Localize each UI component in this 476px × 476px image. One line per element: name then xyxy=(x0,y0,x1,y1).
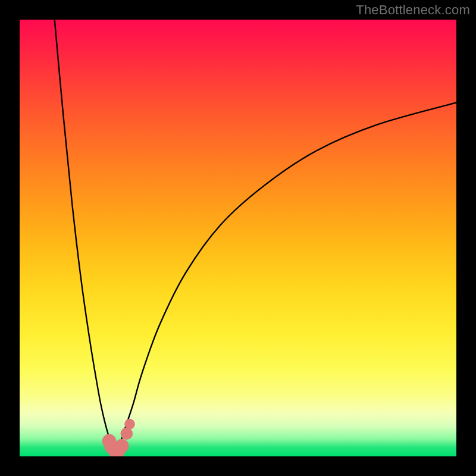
trough-marker xyxy=(124,419,135,430)
chart-plot-area xyxy=(20,20,456,456)
watermark-text: TheBottleneck.com xyxy=(356,2,470,18)
curve-left-branch xyxy=(55,20,116,452)
chart-svg xyxy=(20,20,456,456)
trough-markers xyxy=(102,419,135,456)
curve-right-branch xyxy=(115,102,456,452)
trough-marker xyxy=(121,428,133,440)
chart-frame: TheBottleneck.com xyxy=(0,0,476,476)
trough-marker xyxy=(115,439,129,453)
